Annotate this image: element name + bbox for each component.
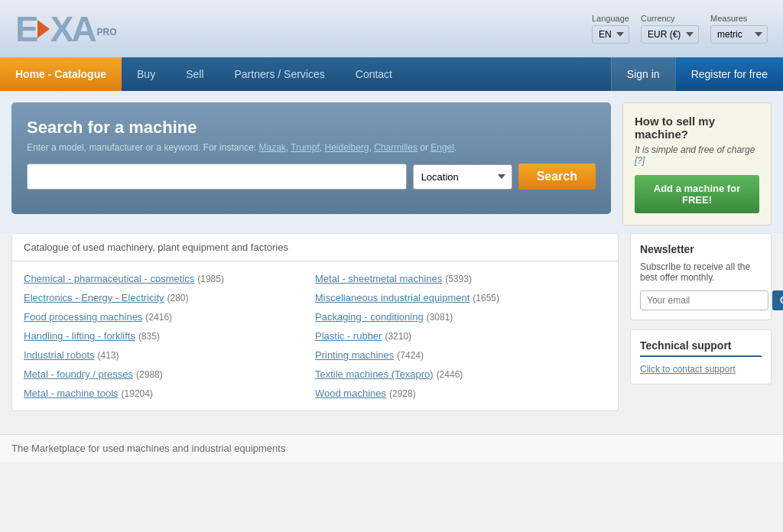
catalogue-link[interactable]: Textile machines (Texapro) <box>315 368 434 380</box>
catalogue-item: Textile machines (Texapro)(2446) <box>315 365 606 384</box>
catalogue-link[interactable]: Packaging - conditioning <box>315 311 424 323</box>
logo-e: E <box>15 8 37 50</box>
catalogue-count: (3210) <box>385 331 411 342</box>
catalogue-col-right: Metal - sheetmetal machines(5393)Miscell… <box>315 269 606 403</box>
currency-select[interactable]: EUR (€) USD ($) <box>641 25 699 44</box>
newsletter-row: OK <box>640 290 762 310</box>
newsletter-ok-button[interactable]: OK <box>772 290 783 310</box>
newsletter-title: Newsletter <box>640 243 762 255</box>
newsletter-box: Newsletter Subscribe to receive all the … <box>630 233 772 320</box>
logo-pro: PRO <box>97 27 117 37</box>
sell-box: How to sell my machine? It is simple and… <box>622 102 772 225</box>
search-title: Search for a machine <box>27 118 596 138</box>
measures-label: Measures <box>710 14 747 23</box>
catalogue-count: (413) <box>98 350 119 361</box>
catalogue-link[interactable]: Metal - sheetmetal machines <box>315 273 442 284</box>
sell-title: How to sell my machine? <box>635 115 759 141</box>
logo-xa: X <box>50 8 72 50</box>
catalogue-item: Metal - machine tools(19204) <box>24 384 315 403</box>
catalogue-item: Packaging - conditioning(3081) <box>315 307 606 326</box>
sell-subtitle: It is simple and free of charge [?] <box>635 144 759 166</box>
catalogue-header: Catalogue of used machinery, plant equip… <box>12 234 618 261</box>
catalogue-link[interactable]: Metal - machine tools <box>24 388 119 399</box>
register-button[interactable]: Register for free <box>675 57 783 91</box>
content-left: Catalogue of used machinery, plant equip… <box>11 233 619 423</box>
catalogue-item: Miscellaneous industrial equipment(1655) <box>315 288 606 307</box>
language-control: Language EN FR DE <box>592 14 629 44</box>
catalogue-link[interactable]: Wood machines <box>315 388 386 399</box>
catalogue-link[interactable]: Miscellaneous industrial equipment <box>315 292 469 303</box>
catalogue-count: (2928) <box>389 388 416 399</box>
catalogue-count: (835) <box>138 331 160 342</box>
catalogue-count: (19204) <box>122 388 153 399</box>
measures-select[interactable]: metric imperial <box>710 25 768 44</box>
catalogue-section: Catalogue of used machinery, plant equip… <box>11 233 619 411</box>
catalogue-count: (2988) <box>136 369 163 380</box>
catalogue-count: (3081) <box>427 312 453 323</box>
catalogue-link[interactable]: Industrial robots <box>24 349 95 361</box>
logo-a: A <box>71 8 94 50</box>
catalogue-count: (1985) <box>197 274 224 284</box>
catalogue-link[interactable]: Handling - lifting - forklifts <box>24 330 135 342</box>
measures-control: Measures metric imperial <box>710 14 768 44</box>
sell-tooltip[interactable]: [?] <box>635 155 645 166</box>
nav-partners[interactable]: Partners / Services <box>219 57 340 91</box>
support-title: Technical support <box>640 339 762 357</box>
catalogue-link[interactable]: Metal - foundry / presses <box>24 368 133 380</box>
catalogue-link[interactable]: Food processing machines <box>24 311 142 323</box>
hint-trumpf[interactable]: Trumpf <box>291 142 320 153</box>
signin-button[interactable]: Sign in <box>611 57 675 91</box>
nav-home[interactable]: Home - Catalogue <box>0 57 122 91</box>
support-link[interactable]: Click to contact support <box>640 364 736 375</box>
main-nav: Home - Catalogue Buy Sell Partners / Ser… <box>0 57 783 91</box>
nav-buy[interactable]: Buy <box>122 57 171 91</box>
currency-control: Currency EUR (€) USD ($) <box>641 14 699 44</box>
catalogue-item: Printing machines(7424) <box>315 345 606 365</box>
catalogue-item: Food processing machines(2416) <box>24 307 315 326</box>
hint-heidelberg[interactable]: Heidelberg <box>325 142 369 153</box>
catalogue-col-left: Chemical - pharmaceutical - cosmetics(19… <box>24 269 315 403</box>
header-controls: Language EN FR DE Currency EUR (€) USD (… <box>592 14 768 44</box>
catalogue-item: Wood machines(2928) <box>315 384 606 403</box>
language-label: Language <box>592 14 629 23</box>
catalogue-link[interactable]: Printing machines <box>315 349 394 361</box>
catalogue-count: (1655) <box>473 293 499 303</box>
catalogue-item: Industrial robots(413) <box>24 345 315 365</box>
hint-charmilles[interactable]: Charmilles <box>374 142 417 153</box>
search-section: Search for a machine Enter a model, manu… <box>0 91 783 233</box>
page-footer-text: The Marketplace for used machines and in… <box>0 434 783 462</box>
hint-mazak[interactable]: Mazak <box>258 142 285 153</box>
add-machine-button[interactable]: Add a machine for FREE! <box>635 175 759 213</box>
search-box: Search for a machine Enter a model, manu… <box>11 102 611 214</box>
nav-sell[interactable]: Sell <box>171 57 219 91</box>
catalogue-item: Plastic - rubber(3210) <box>315 326 606 345</box>
search-row: Location Search <box>27 164 596 190</box>
catalogue-item: Chemical - pharmaceutical - cosmetics(19… <box>24 269 315 288</box>
catalogue-count: (2446) <box>437 369 463 380</box>
catalogue-grid: Chemical - pharmaceutical - cosmetics(19… <box>12 261 618 410</box>
catalogue-count: (5393) <box>445 274 472 284</box>
logo-arrow-icon <box>37 20 50 38</box>
catalogue-count: (2416) <box>145 312 172 323</box>
catalogue-link[interactable]: Electronics - Energy - Electricity <box>24 292 164 303</box>
catalogue-link[interactable]: Plastic - rubber <box>315 330 382 342</box>
page-header: E XA PRO Language EN FR DE Currency EUR … <box>0 0 783 57</box>
catalogue-count: (7424) <box>397 350 424 361</box>
search-hint: Enter a model, manufacturer or a keyword… <box>27 142 596 153</box>
content-wrapper: Catalogue of used machinery, plant equip… <box>0 233 783 434</box>
currency-label: Currency <box>641 14 675 23</box>
catalogue-count: (280) <box>167 293 189 303</box>
hint-engel[interactable]: Engel <box>430 142 454 153</box>
catalogue-link[interactable]: Chemical - pharmaceutical - cosmetics <box>24 273 194 284</box>
newsletter-email-input[interactable] <box>640 290 768 310</box>
catalogue-item: Electronics - Energy - Electricity(280) <box>24 288 315 307</box>
catalogue-item: Metal - sheetmetal machines(5393) <box>315 269 606 288</box>
support-box: Technical support Click to contact suppo… <box>630 329 772 384</box>
content-right: Newsletter Subscribe to receive all the … <box>630 233 772 423</box>
language-select[interactable]: EN FR DE <box>592 25 629 44</box>
nav-contact[interactable]: Contact <box>340 57 408 91</box>
search-button[interactable]: Search <box>518 164 596 190</box>
search-input[interactable] <box>27 164 407 190</box>
logo: E XA PRO <box>15 8 117 50</box>
location-select[interactable]: Location <box>413 164 512 190</box>
